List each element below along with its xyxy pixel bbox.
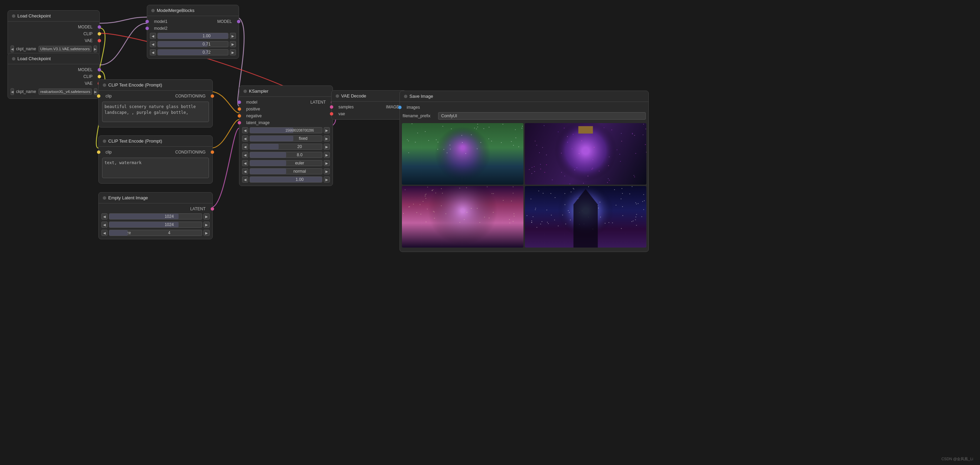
eli-width-slider: ◀ width 1024 ▶	[99, 213, 212, 221]
eli-width-right[interactable]: ▶	[204, 213, 210, 219]
eli-batch-right[interactable]: ▶	[204, 230, 210, 236]
ks-cfg-left[interactable]: ◀	[242, 152, 248, 158]
mmb-input-value: 1.00	[187, 34, 226, 38]
ckpt-value[interactable]: Ultrium.V3.1.VAE.safetensors	[38, 46, 92, 52]
mmb-middle-track[interactable]: middle 0.71	[158, 41, 228, 47]
vd-dot	[336, 94, 339, 98]
ckpt2-right-btn[interactable]: ▶	[94, 88, 97, 95]
ks-denoise-left[interactable]: ◀	[242, 176, 248, 182]
ks-control-value: fixed	[286, 136, 320, 141]
ks-denoise-track[interactable]: denoise 1.00	[250, 176, 322, 182]
mmb-model2-label: model2	[151, 26, 167, 31]
vd-samples-port[interactable]	[330, 105, 333, 109]
mmb-model1-row: model1 MODEL	[147, 18, 239, 25]
mmb-input-track[interactable]: input 1.00	[158, 33, 228, 39]
model2-output-port[interactable]	[98, 68, 101, 72]
model-output-port[interactable]	[98, 25, 101, 29]
eli-height-slider: ◀ height 1024 ▶	[99, 221, 212, 229]
ks-scheduler-left[interactable]: ◀	[242, 168, 248, 174]
model-merge-body: model1 MODEL model2 ◀ input 1.00 ▶ ◀	[147, 16, 239, 59]
clip-encode-2-textarea[interactable]: text, watermark	[102, 158, 209, 178]
mmb-out-track[interactable]: out 0.72	[158, 49, 228, 55]
cte2-clip-port[interactable]	[97, 150, 100, 154]
cte1-conditioning-port[interactable]	[211, 94, 214, 98]
ks-scheduler-track[interactable]: scheduler normal	[250, 168, 322, 174]
ks-seed-slider: ◀ seed 156680208700286 ▶	[239, 126, 332, 134]
eli-batch-track[interactable]: batch_size 4	[109, 230, 202, 236]
vae-decode-node: VAE Decode samples IMAGE vae	[331, 90, 406, 120]
vd-vae-port[interactable]	[330, 112, 333, 115]
mmb-out-right[interactable]: ▶	[230, 49, 236, 55]
eli-height-left[interactable]: ◀	[102, 222, 108, 228]
ks-sampler-track[interactable]: sampler_name euler	[250, 160, 322, 166]
mmb-middle-slider: ◀ middle 0.71 ▶	[147, 40, 239, 48]
clip-encode-2-header: CLIP Text Encode (Prompt)	[99, 136, 212, 147]
ks-seed-left[interactable]: ◀	[242, 127, 248, 133]
ks-seed-right[interactable]: ▶	[324, 127, 330, 133]
ks-model-port[interactable]	[238, 101, 241, 104]
mmb-input-left[interactable]: ◀	[150, 33, 156, 39]
load-checkpoint-1-title: Load Checkpoint	[18, 13, 51, 18]
vd-samples-label: samples	[335, 105, 354, 109]
ks-latent-in-port[interactable]	[238, 121, 241, 125]
eli-batch-left[interactable]: ◀	[102, 230, 108, 236]
cte1-clip-port[interactable]	[97, 94, 100, 98]
si-filename-label: filename_prefix	[402, 113, 437, 118]
mmb-model1-port[interactable]	[145, 20, 149, 23]
cte2-conditioning-port[interactable]	[211, 150, 214, 154]
ks-sampler-value: euler	[279, 161, 320, 166]
si-image-grid	[400, 121, 648, 249]
mmb-model2-port[interactable]	[145, 27, 149, 30]
clip-output-label: CLIP	[11, 32, 96, 36]
eli-latent-port[interactable]	[211, 207, 214, 211]
ks-positive-port[interactable]	[238, 107, 241, 111]
si-images-port[interactable]	[398, 105, 402, 109]
ks-denoise-right[interactable]: ▶	[324, 176, 330, 182]
empty-latent-image-node: Empty Latent Image LATENT ◀ width 1024 ▶…	[98, 192, 213, 239]
si-thumb-1	[402, 123, 523, 185]
ckpt2-left-btn[interactable]: ◀	[11, 88, 14, 95]
vd-vae-label: vae	[335, 112, 345, 116]
ks-steps-left[interactable]: ◀	[242, 144, 248, 150]
si-thumb-3	[402, 186, 523, 248]
mmb-input-right[interactable]: ▶	[230, 33, 236, 39]
eli-width-track[interactable]: width 1024	[109, 213, 202, 219]
ks-seed-value: 156680208700286	[279, 129, 320, 132]
ckpt2-name-widget: ◀ ckpt_name realcartoonXL_v4.safetensors…	[8, 87, 99, 96]
ks-cfg-right[interactable]: ▶	[324, 152, 330, 158]
ckpt-right-btn[interactable]: ▶	[94, 45, 97, 52]
ks-latent-row: latent_image	[239, 119, 332, 126]
ks-sampler-left[interactable]: ◀	[242, 160, 248, 166]
clip-encode-1-textarea[interactable]: beautiful scenery nature glass bottle la…	[102, 102, 209, 122]
eli-width-left[interactable]: ◀	[102, 213, 108, 219]
eli-height-right[interactable]: ▶	[204, 222, 210, 228]
mmb-model-output-label: MODEL	[167, 19, 235, 24]
ks-steps-track[interactable]: steps 20	[250, 144, 322, 150]
ks-control-right[interactable]: ▶	[324, 136, 330, 142]
ks-positive-row: positive	[239, 105, 332, 112]
save-image-header: Save Image	[400, 91, 648, 102]
mmb-middle-left[interactable]: ◀	[150, 41, 156, 47]
ckpt2-value[interactable]: realcartoonXL_v4.safetensors	[38, 89, 92, 95]
vae-output-row: VAE	[8, 37, 99, 44]
ks-sampler-right[interactable]: ▶	[324, 160, 330, 166]
ckpt-left-btn[interactable]: ◀	[11, 45, 14, 52]
ks-control-left[interactable]: ◀	[242, 136, 248, 142]
si-filename-value[interactable]: ComfyUI	[438, 112, 646, 120]
empty-latent-title: Empty Latent Image	[108, 195, 148, 200]
mmb-out-left[interactable]: ◀	[150, 49, 156, 55]
load-checkpoint-1-node: Load Checkpoint MODEL CLIP VAE ◀ ckpt_na…	[8, 10, 100, 56]
mmb-middle-right[interactable]: ▶	[230, 41, 236, 47]
vae-output-port[interactable]	[98, 39, 101, 42]
ks-cfg-track[interactable]: cfg 8.0	[250, 152, 322, 158]
clip2-output-port[interactable]	[98, 75, 101, 78]
mmb-model-output-port[interactable]	[237, 20, 240, 23]
ks-scheduler-right[interactable]: ▶	[324, 168, 330, 174]
ks-control-track[interactable]: control_after_generate fixed	[250, 136, 322, 142]
ks-seed-track[interactable]: seed 156680208700286	[250, 127, 322, 133]
ks-denoise-slider: ◀ denoise 1.00 ▶	[239, 176, 332, 184]
ks-steps-right[interactable]: ▶	[324, 144, 330, 150]
ks-negative-port[interactable]	[238, 114, 241, 118]
eli-height-track[interactable]: height 1024	[109, 222, 202, 228]
clip-output-port[interactable]	[98, 32, 101, 35]
